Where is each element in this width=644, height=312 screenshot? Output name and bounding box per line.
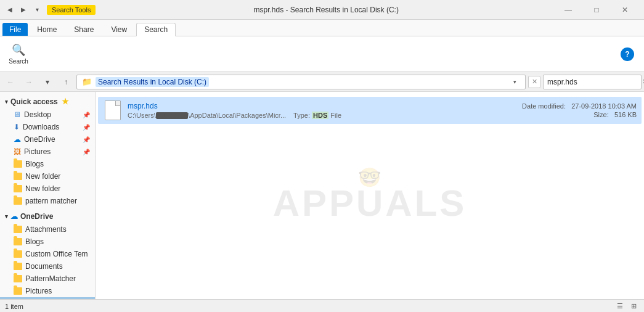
search-box: ✕ [543,75,642,89]
help-button[interactable]: ? [621,47,634,61]
file-path-redacted: ■■■■■■ [156,112,188,119]
back-icon: ◀ [5,5,15,15]
sidebar-item-label: PatternMatcher [25,274,76,283]
window-title: mspr.hds - Search Results in Local Disk … [98,6,554,14]
sidebar-item-patternmatcher2[interactable]: PatternMatcher [0,273,95,285]
file-list: mspr.hds C:\Users\■■■■■■\AppData\Local\P… [96,92,644,129]
sidebar-item-customoffice[interactable]: Custom Office Tem [0,248,95,260]
size-value: 516 KB [614,111,637,118]
tab-share[interactable]: Share [66,23,102,36]
address-clear-button[interactable]: ✕ [528,76,540,88]
sidebar-item-thispc[interactable]: ▶ This PC [0,297,95,299]
search-ribbon-button[interactable]: 🔍 Search [5,43,32,65]
sidebar-item-label: Documents [25,262,63,271]
tab-search[interactable]: Search [136,23,176,36]
pin-icon: 📌 [83,112,90,118]
back-button[interactable]: ← [2,75,18,89]
file-path: C:\Users\■■■■■■\AppData\Local\Packages\M… [128,112,517,119]
address-path-text: Search Results in Local Disk (C:) [96,77,209,87]
quick-access-header[interactable]: ▾ Quick access ★ [0,94,95,109]
pin-icon: 📌 [83,124,90,131]
folder-icon [14,226,22,233]
folder-icon [14,173,22,180]
search-magnifier-icon: 🔍 [12,43,25,57]
address-bar: ← → ▾ ↑ 📁 Search Results in Local Disk (… [0,72,644,92]
sidebar: ▾ Quick access ★ 🖥 Desktop 📌 ⬇ Downloads… [0,92,96,299]
sidebar-item-newfolder1[interactable]: New folder [0,170,95,183]
tab-file[interactable]: File [2,23,28,36]
status-bar-right: ☰ ⊞ [614,301,639,312]
main-area: ▾ Quick access ★ 🖥 Desktop 📌 ⬇ Downloads… [0,92,644,299]
search-tools-badge[interactable]: Search Tools [47,5,96,15]
ribbon-group-search: 🔍 Search [5,43,32,65]
onedrive-section-icon: ☁ [10,212,18,221]
sidebar-item-label: Pictures [25,287,52,295]
table-row[interactable]: mspr.hds C:\Users\■■■■■■\AppData\Local\P… [98,97,642,124]
chevron-down-icon: ▾ [5,99,8,105]
up-button[interactable]: ↑ [58,75,74,89]
sidebar-item-newfolder2[interactable]: New folder [0,183,95,195]
quick-access-label: Quick access [10,97,58,106]
folder-icon [14,287,22,295]
file-date: Date modified: 27-09-2018 10:03 AM [522,102,637,110]
sidebar-item-patternmatcher[interactable]: pattern matcher [0,195,95,207]
downloads-icon: ⬇ [14,123,20,131]
sidebar-item-label: Custom Office Tem [25,250,88,258]
sidebar-item-label: OneDrive [24,135,55,144]
ribbon-content: 🔍 Search ? [0,36,644,72]
content-pane: 🤓 APPUALS mspr.hds C:\Users\■■■■■■\AppDa… [96,92,644,299]
size-label: Size: [593,111,608,118]
sidebar-item-desktop[interactable]: 🖥 Desktop 📌 [0,109,95,121]
file-page-icon [105,101,121,120]
view-details-button[interactable]: ☰ [614,301,626,312]
forward-button[interactable]: → [21,75,37,89]
sidebar-item-onedrive-quick[interactable]: ☁ OneDrive 📌 [0,133,95,146]
status-count: 1 item [5,303,23,310]
onedrive-section-label: OneDrive [20,212,53,221]
sidebar-item-pictures2[interactable]: Pictures [0,285,95,297]
folder-icon [14,263,22,270]
file-path-suffix: \AppData\Local\Packages\Micr... [188,112,286,119]
close-button[interactable]: ✕ [611,0,639,20]
sidebar-item-blogs2[interactable]: Blogs [0,236,95,248]
folder-icon [14,160,22,168]
forward-icon: ▶ [18,5,28,15]
sidebar-item-blogs1[interactable]: Blogs [0,158,95,170]
view-tiles-button[interactable]: ⊞ [628,301,639,312]
file-type-label: Type: [293,112,310,119]
folder-icon [14,197,22,205]
file-type-suffix: File [330,112,341,119]
status-bar: 1 item ☰ ⊞ [0,299,644,312]
minimize-button[interactable]: — [554,0,582,20]
address-path[interactable]: 📁 Search Results in Local Disk (C:) ▾ [76,75,526,89]
star-icon: ★ [62,97,69,106]
maximize-button[interactable]: □ [582,0,611,20]
sidebar-item-label: New folder [25,172,60,181]
file-type-value: HDS [312,112,328,119]
search-input[interactable] [547,78,640,86]
tab-view[interactable]: View [103,23,135,36]
pin-icon: 📌 [83,136,90,143]
sidebar-item-pictures[interactable]: 🖼 Pictures 📌 [0,146,95,158]
sidebar-item-label: Pictures [24,147,51,156]
recent-button[interactable]: ▾ [39,75,55,89]
onedrive-header[interactable]: ▾ ☁ OneDrive [0,210,95,223]
file-icon-box [103,99,123,121]
title-bar: ◀ ▶ ▾ Search Tools mspr.hds - Search Res… [0,0,644,20]
folder-icon [14,238,22,245]
folder-icon [14,275,22,282]
sidebar-item-downloads[interactable]: ⬇ Downloads 📌 [0,121,95,133]
folder-icon: 📁 [82,77,92,86]
desktop-icon: 🖥 [14,110,21,119]
sidebar-item-label: Blogs [25,160,44,168]
sidebar-item-attachments[interactable]: Attachments [0,223,95,236]
sidebar-item-label: Downloads [23,123,59,131]
watermark-text: APPUALS [273,182,467,224]
search-btn-label: Search [9,58,28,65]
sidebar-item-documents[interactable]: Documents [0,260,95,273]
sidebar-item-label: Attachments [25,225,67,234]
address-dropdown-button[interactable]: ▾ [509,75,520,89]
tab-home[interactable]: Home [29,23,65,36]
pictures-icon: 🖼 [14,147,21,156]
file-details: mspr.hds C:\Users\■■■■■■\AppData\Local\P… [128,102,517,119]
